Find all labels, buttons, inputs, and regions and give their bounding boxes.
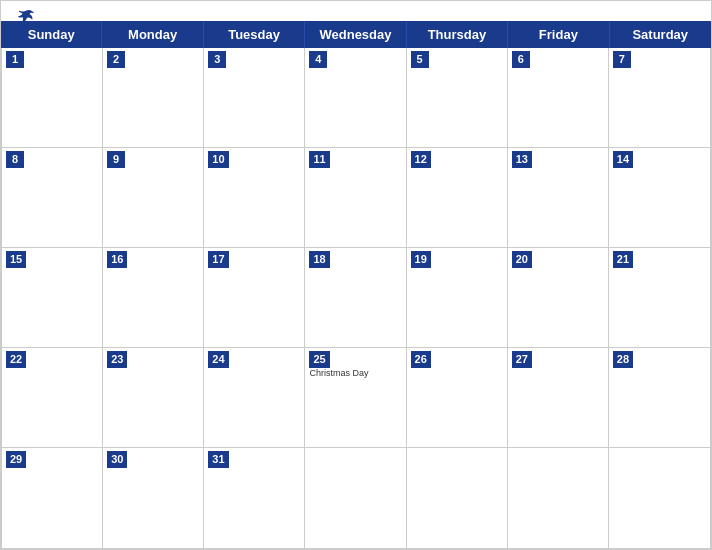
empty-cell xyxy=(609,448,710,548)
day-number: 27 xyxy=(512,351,532,368)
day-cell-10: 10 xyxy=(204,148,305,248)
day-header-monday: Monday xyxy=(102,21,203,48)
day-cell-6: 6 xyxy=(508,48,609,148)
day-number: 1 xyxy=(6,51,24,68)
day-number: 29 xyxy=(6,451,26,468)
day-number: 8 xyxy=(6,151,24,168)
day-cell-27: 27 xyxy=(508,348,609,448)
day-number: 2 xyxy=(107,51,125,68)
day-number: 28 xyxy=(613,351,633,368)
day-cell-25: 25Christmas Day xyxy=(305,348,406,448)
day-cell-31: 31 xyxy=(204,448,305,548)
day-number: 17 xyxy=(208,251,228,268)
day-cell-22: 22 xyxy=(2,348,103,448)
day-number: 12 xyxy=(411,151,431,168)
day-cell-11: 11 xyxy=(305,148,406,248)
day-number: 18 xyxy=(309,251,329,268)
day-header-sunday: Sunday xyxy=(1,21,102,48)
day-header-friday: Friday xyxy=(508,21,609,48)
day-cell-3: 3 xyxy=(204,48,305,148)
holiday-label: Christmas Day xyxy=(309,368,368,379)
day-header-thursday: Thursday xyxy=(407,21,508,48)
logo-blue-text xyxy=(15,9,35,25)
day-cell-21: 21 xyxy=(609,248,710,348)
logo-bird-icon xyxy=(17,9,35,25)
day-cell-18: 18 xyxy=(305,248,406,348)
day-cell-24: 24 xyxy=(204,348,305,448)
calendar-wrapper: SundayMondayTuesdayWednesdayThursdayFrid… xyxy=(0,0,712,550)
logo xyxy=(15,9,35,25)
day-cell-17: 17 xyxy=(204,248,305,348)
day-cell-30: 30 xyxy=(103,448,204,548)
day-number: 14 xyxy=(613,151,633,168)
day-cell-13: 13 xyxy=(508,148,609,248)
day-headers-row: SundayMondayTuesdayWednesdayThursdayFrid… xyxy=(1,21,711,48)
day-number: 24 xyxy=(208,351,228,368)
day-cell-20: 20 xyxy=(508,248,609,348)
calendar-header xyxy=(1,1,711,21)
day-number: 31 xyxy=(208,451,228,468)
day-number: 5 xyxy=(411,51,429,68)
day-number: 30 xyxy=(107,451,127,468)
day-cell-5: 5 xyxy=(407,48,508,148)
empty-cell xyxy=(407,448,508,548)
day-number: 26 xyxy=(411,351,431,368)
day-cell-29: 29 xyxy=(2,448,103,548)
day-number: 21 xyxy=(613,251,633,268)
day-cell-28: 28 xyxy=(609,348,710,448)
calendar-grid: 1234567891011121314151617181920212223242… xyxy=(1,48,711,549)
week-row-2: 891011121314 xyxy=(2,148,710,248)
day-number: 4 xyxy=(309,51,327,68)
day-cell-7: 7 xyxy=(609,48,710,148)
day-cell-23: 23 xyxy=(103,348,204,448)
day-header-wednesday: Wednesday xyxy=(305,21,406,48)
week-row-1: 1234567 xyxy=(2,48,710,148)
day-number: 15 xyxy=(6,251,26,268)
day-cell-2: 2 xyxy=(103,48,204,148)
week-row-4: 22232425Christmas Day262728 xyxy=(2,348,710,448)
day-header-tuesday: Tuesday xyxy=(204,21,305,48)
day-cell-9: 9 xyxy=(103,148,204,248)
day-number: 22 xyxy=(6,351,26,368)
day-number: 11 xyxy=(309,151,329,168)
day-cell-26: 26 xyxy=(407,348,508,448)
day-number: 13 xyxy=(512,151,532,168)
day-number: 19 xyxy=(411,251,431,268)
empty-cell xyxy=(305,448,406,548)
day-cell-1: 1 xyxy=(2,48,103,148)
day-number: 20 xyxy=(512,251,532,268)
empty-cell xyxy=(508,448,609,548)
day-cell-15: 15 xyxy=(2,248,103,348)
day-number: 23 xyxy=(107,351,127,368)
day-number: 7 xyxy=(613,51,631,68)
day-number: 3 xyxy=(208,51,226,68)
day-cell-8: 8 xyxy=(2,148,103,248)
day-cell-16: 16 xyxy=(103,248,204,348)
day-header-saturday: Saturday xyxy=(610,21,711,48)
day-number: 25 xyxy=(309,351,329,368)
day-cell-19: 19 xyxy=(407,248,508,348)
day-number: 9 xyxy=(107,151,125,168)
day-number: 10 xyxy=(208,151,228,168)
day-cell-12: 12 xyxy=(407,148,508,248)
day-cell-14: 14 xyxy=(609,148,710,248)
day-number: 6 xyxy=(512,51,530,68)
week-row-3: 15161718192021 xyxy=(2,248,710,348)
day-cell-4: 4 xyxy=(305,48,406,148)
week-row-5: 293031 xyxy=(2,448,710,548)
day-number: 16 xyxy=(107,251,127,268)
